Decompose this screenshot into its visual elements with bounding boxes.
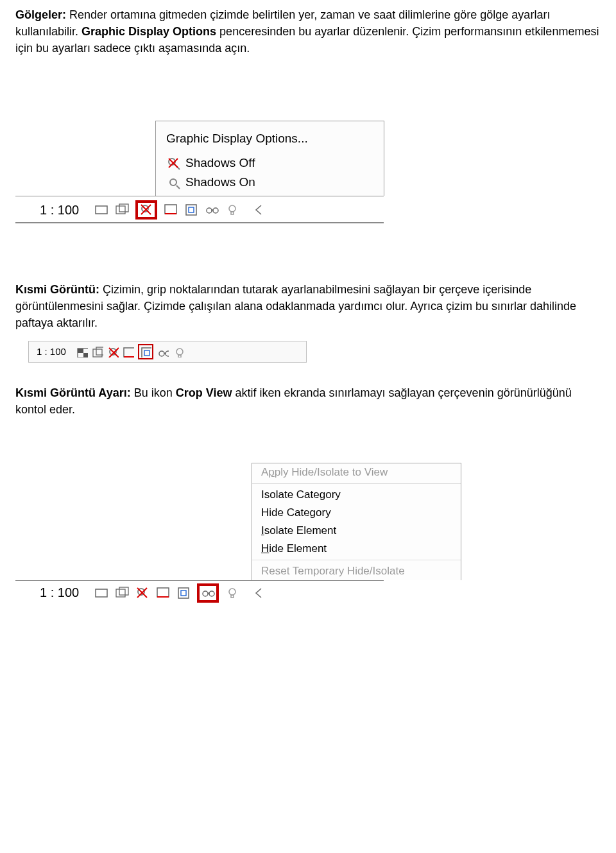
temporary-hide-icon[interactable] [157, 346, 169, 358]
collapse-arrow-icon[interactable] [252, 586, 266, 600]
model-graphics-icon[interactable] [76, 346, 88, 358]
shadow-off-icon [166, 156, 180, 170]
view-control-bar-1: 1 : 100 [15, 196, 384, 223]
temporary-hide-icon [201, 586, 215, 600]
lead-crop-setting: Kısmi Görüntü Ayarı: [15, 386, 131, 399]
view-control-bar-2: 1 : 100 [28, 341, 307, 363]
shadows-popup: Graphic Display Options... Shadows Off S… [155, 121, 384, 196]
temporary-hide-icon[interactable] [205, 203, 219, 217]
highlighted-shadow-button[interactable] [135, 200, 157, 220]
rendering-path-icon[interactable] [156, 586, 170, 600]
reveal-hidden-icon[interactable] [225, 203, 239, 217]
hide-isolate-popup: Apply Hide/Isolate to View Isolate Categ… [252, 463, 461, 580]
detail-level-icon[interactable] [92, 346, 103, 358]
scale-value-3[interactable]: 1 : 100 [15, 585, 88, 600]
shadow-on-icon [166, 175, 180, 189]
lead-crop: Kısmi Görüntü: [15, 283, 99, 296]
shadow-toggle-icon[interactable] [107, 346, 119, 358]
menu-item-hide-element[interactable]: Hide Element [252, 540, 461, 558]
detail-level-icon[interactable] [115, 203, 129, 217]
bold-crop-view: Crop View [176, 386, 232, 399]
para-crop-setting: Kısmi Görüntü Ayarı: Bu ikon Crop View a… [15, 384, 601, 418]
scale-value[interactable]: 1 : 100 [15, 203, 88, 218]
menu-item-shadows-off[interactable]: Shadows Off [156, 153, 384, 173]
menu-separator [252, 560, 461, 560]
model-graphics-icon[interactable] [94, 586, 108, 600]
para-crop: Kısmi Görüntü: Çizimin, grip noktalarınd… [15, 281, 601, 331]
collapse-arrow-icon[interactable] [252, 203, 266, 217]
detail-level-icon[interactable] [115, 586, 129, 600]
screenshot-hide-isolate: Apply Hide/Isolate to View Isolate Categ… [15, 463, 601, 603]
shadow-toggle-icon[interactable] [135, 586, 150, 600]
highlighted-crop-button[interactable] [138, 344, 153, 359]
menu-item-isolate-category[interactable]: Isolate Category [252, 486, 461, 504]
para-shadows: Gölgeler: Render ortamına gitmeden çizim… [15, 6, 601, 56]
shadow-toggle-icon [139, 203, 153, 217]
crop-view-icon[interactable] [184, 203, 198, 217]
menu-item-hide-category[interactable]: Hide Category [252, 504, 461, 522]
highlighted-hide-isolate-button[interactable] [197, 583, 219, 603]
menu-item-reset-hide-isolate: Reset Temporary Hide/Isolate [252, 562, 461, 580]
model-graphics-icon[interactable] [94, 203, 108, 217]
rendering-path-icon[interactable] [123, 346, 134, 358]
reveal-hidden-icon[interactable] [173, 346, 184, 358]
menu-item-gdo[interactable]: Graphic Display Options... [156, 129, 384, 153]
menu-item-apply-hide-isolate: Apply Hide/Isolate to View [252, 463, 461, 481]
crop-view-icon[interactable] [176, 586, 191, 600]
rendering-path-icon[interactable] [164, 203, 178, 217]
crop-view-icon [140, 346, 151, 358]
scale-value-2[interactable]: 1 : 100 [33, 346, 73, 357]
view-control-bar-3: 1 : 100 [15, 580, 384, 603]
lead-shadows: Gölgeler: [15, 8, 66, 21]
screenshot-shadows-popup: Graphic Display Options... Shadows Off S… [15, 121, 601, 223]
menu-item-isolate-element[interactable]: Isolate Element [252, 522, 461, 540]
reveal-hidden-icon[interactable] [225, 586, 239, 600]
menu-separator [252, 483, 461, 484]
menu-item-shadows-on[interactable]: Shadows On [156, 173, 384, 192]
bold-gdo: Graphic Display Options [81, 25, 216, 38]
